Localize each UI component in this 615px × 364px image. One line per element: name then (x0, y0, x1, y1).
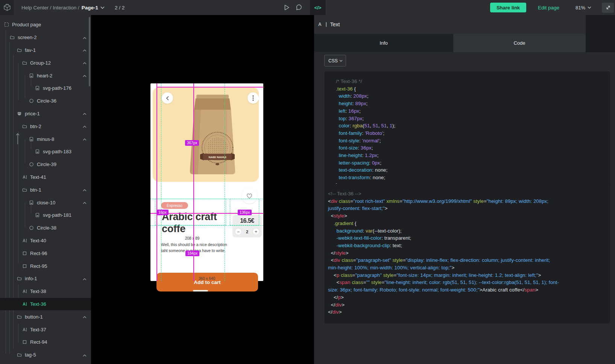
zoom-control[interactable]: 81% (576, 0, 591, 15)
css-language-select[interactable]: CSS (324, 55, 346, 66)
favorite-button[interactable] (241, 188, 257, 204)
text-layer-icon: A⎹ (318, 22, 327, 27)
layer-item-button-1[interactable]: button-1 (0, 310, 91, 323)
tab-info[interactable]: Info (314, 34, 453, 52)
chevron-left-icon (166, 96, 169, 101)
folder-layer-icon (17, 352, 22, 358)
chevron-up-icon[interactable] (83, 124, 87, 129)
folder-layer-icon (22, 60, 27, 65)
zoom-level: 81% (576, 5, 585, 11)
back-button[interactable] (162, 92, 173, 104)
chevron-up-icon[interactable] (83, 111, 87, 116)
layer-item-text-36[interactable]: Text-36 (0, 298, 91, 311)
layer-item-text-41[interactable]: Text-41 (0, 171, 91, 184)
css-code-block[interactable]: /* Text-36 */.text-36 { width: 208px; he… (324, 71, 610, 197)
breadcrumb-current[interactable]: Page-1 (82, 5, 98, 11)
layer-label: Circle-39 (37, 162, 56, 167)
add-to-cart-button[interactable]: Add to cart (156, 273, 258, 292)
menu-button[interactable] (248, 92, 259, 104)
chevron-up-icon[interactable] (83, 200, 87, 205)
layer-item-price-1[interactable]: price-1 (0, 107, 91, 120)
chevron-down-icon[interactable] (100, 6, 105, 9)
layer-label: Circle-36 (37, 98, 56, 104)
layer-item-minus-8[interactable]: minus-8 (0, 133, 91, 145)
layer-label: Rect-94 (30, 339, 47, 345)
folder-layer-icon (9, 35, 15, 40)
chevron-down-icon (588, 6, 591, 9)
chevron-up-icon[interactable] (83, 73, 87, 79)
layer-item-close-10[interactable]: close-10 (0, 196, 91, 209)
layer-item-fav-1[interactable]: fav-1 (0, 44, 91, 57)
layer-item-btn-1[interactable]: btn-1 (0, 183, 91, 196)
layer-item-svg-path-183[interactable]: svg-path-183 (0, 145, 91, 158)
play-button[interactable] (281, 0, 293, 15)
layer-item-heart-2[interactable]: heart-2 (0, 69, 91, 82)
svgfile-layer-icon (29, 136, 34, 142)
product-title[interactable]: Arabic craft coffe (162, 211, 230, 235)
chevron-up-icon[interactable] (83, 187, 87, 193)
comment-icon (296, 5, 302, 11)
rect-layer-icon (22, 263, 27, 269)
layer-item-circle-38[interactable]: Circle-38 (0, 222, 91, 234)
code-view-button[interactable]: </> (310, 0, 326, 15)
layer-item-product page[interactable]: Product page (0, 18, 91, 31)
chevron-up-icon[interactable] (83, 136, 87, 142)
layer-item-svg-path-181[interactable]: svg-path-181 (0, 209, 91, 222)
text-layer-icon (22, 289, 27, 294)
layer-label: minus-8 (37, 136, 54, 142)
layer-label: info-1 (25, 276, 37, 281)
layer-item-text-37[interactable]: Text-37 (0, 323, 91, 336)
svgfile-layer-icon (29, 73, 34, 78)
layer-item-rect-96[interactable]: Rect-96 (0, 247, 91, 260)
layer-item-screen-2[interactable]: screen-2 (0, 31, 91, 44)
layer-item-circle-36[interactable]: Circle-36 (0, 95, 91, 107)
circle-layer-icon (29, 225, 34, 231)
layer-tree: Product pagescreen-2fav-1Group-12heart-2… (0, 18, 91, 361)
layer-item-rect-95[interactable]: Rect-95 (0, 260, 91, 272)
layer-item-svg-path-176[interactable]: svg-path-176 (0, 82, 91, 95)
tab-code[interactable]: Code (453, 34, 586, 52)
layer-label: fav-1 (25, 47, 36, 53)
chevron-up-icon[interactable] (83, 276, 87, 281)
layer-item-text-40[interactable]: Text-40 (0, 234, 91, 247)
share-link-button[interactable]: Share link (490, 3, 526, 12)
measure-badge-top: 367px (185, 140, 199, 146)
layer-item-circle-39[interactable]: Circle-39 (0, 158, 91, 171)
app-logo[interactable] (0, 0, 14, 15)
design-canvas[interactable]: ORGANIC COLOMBIA NABI NAHUI (91, 15, 314, 364)
layer-label: close-10 (37, 200, 55, 205)
breadcrumb[interactable]: Help Center / Interaction / (21, 5, 79, 11)
folder-layer-icon (22, 124, 27, 129)
box-logo-icon (3, 3, 11, 12)
top-bar: Help Center / Interaction / Page-1 2 / 2… (0, 0, 615, 15)
text-layer-icon (22, 301, 27, 307)
chevron-up-icon[interactable] (83, 60, 87, 66)
page-indicator: 2 / 2 (115, 0, 125, 15)
svg-code-block[interactable]: <!-- Text-36 --><div class="root rich-te… (324, 184, 610, 323)
fullscreen-button[interactable] (602, 3, 614, 13)
chevron-up-icon[interactable] (83, 35, 87, 40)
folder-layer-icon (17, 314, 22, 319)
layer-label: svg-path-181 (43, 212, 71, 218)
layer-item-info-1[interactable]: info-1 (0, 272, 91, 285)
code-icon: </> (314, 5, 322, 11)
layer-item-group-12[interactable]: Group-12 (0, 56, 91, 69)
fullscreen-icon (605, 5, 611, 11)
layer-item-btn-2[interactable]: btn-2 (0, 120, 91, 133)
layer-item-rect-94[interactable]: Rect-94 (0, 336, 91, 349)
layer-item-tag-5[interactable]: tag-5 (0, 349, 91, 361)
quantity-minus-button[interactable]: − (235, 228, 242, 235)
sidebar-scrollbar[interactable] (89, 17, 90, 86)
layer-label: Group-12 (30, 60, 51, 66)
measure-badge-right: 136px (238, 210, 252, 215)
layer-item-text-38[interactable]: Text-38 (0, 285, 91, 298)
chevron-up-icon[interactable] (83, 314, 87, 320)
quantity-plus-button[interactable]: + (252, 228, 260, 235)
layer-label: Text-36 (30, 301, 46, 307)
artboard-screen-2[interactable]: ORGANIC COLOMBIA NABI NAHUI (150, 83, 263, 281)
chevron-up-icon[interactable] (83, 47, 87, 53)
circle-layer-icon (29, 162, 34, 167)
chevron-up-icon[interactable] (83, 352, 87, 358)
comment-button[interactable] (292, 0, 305, 15)
edit-page-link[interactable]: Edit page (538, 0, 559, 15)
